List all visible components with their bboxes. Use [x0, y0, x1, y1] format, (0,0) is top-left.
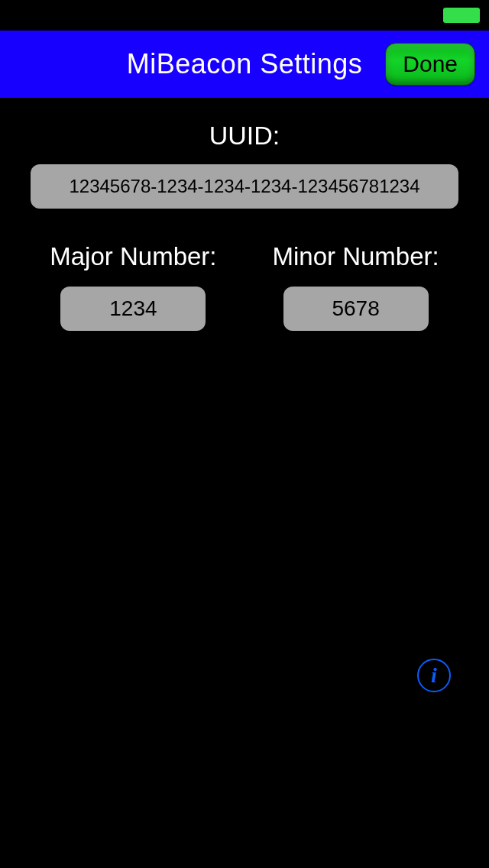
info-icon: i — [431, 665, 437, 686]
number-row: Major Number: Minor Number: — [0, 242, 489, 331]
major-label: Major Number: — [50, 242, 216, 271]
major-input[interactable] — [60, 287, 206, 331]
major-column: Major Number: — [31, 242, 236, 331]
content-area: UUID: Major Number: Minor Number: — [0, 98, 489, 331]
info-button[interactable]: i — [417, 659, 451, 692]
uuid-label: UUID: — [0, 121, 489, 151]
status-bar — [0, 0, 489, 31]
minor-column: Minor Number: — [253, 242, 458, 331]
done-button[interactable]: Done — [385, 43, 475, 86]
uuid-input[interactable] — [31, 164, 458, 209]
battery-icon — [443, 8, 480, 23]
page-title: MiBeacon Settings — [127, 48, 363, 80]
nav-bar: MiBeacon Settings Done — [0, 31, 489, 98]
minor-label: Minor Number: — [272, 242, 439, 271]
minor-input[interactable] — [283, 287, 429, 331]
